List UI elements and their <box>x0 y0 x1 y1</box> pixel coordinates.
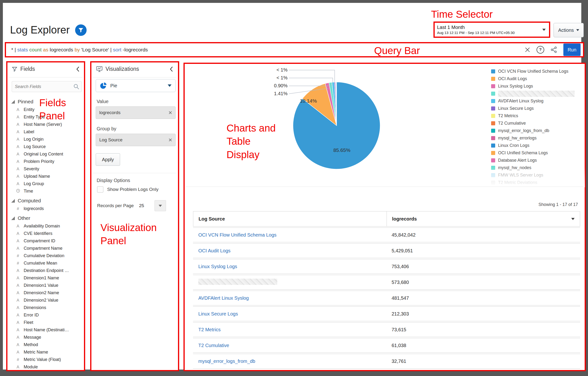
collapse-fields-icon[interactable] <box>76 66 80 73</box>
log-source-link[interactable]: T2 Metrics <box>198 327 220 332</box>
field-item[interactable]: ALog Origin <box>10 136 83 143</box>
records-per-page-select[interactable] <box>155 200 166 211</box>
legend-item[interactable] <box>491 90 585 97</box>
legend-item[interactable]: OCI VCN Flow Unified Schema Logs <box>491 68 585 75</box>
field-item[interactable]: ADimension2 Value <box>10 297 83 304</box>
chart-type-select[interactable]: Pie <box>96 79 176 92</box>
run-button[interactable]: Run <box>563 43 581 56</box>
time-range-label: Last 1 Month <box>437 24 542 30</box>
apply-button[interactable]: Apply <box>96 153 120 166</box>
annotation-query-bar: Query Bar <box>374 44 420 57</box>
field-item[interactable]: Time <box>10 188 83 195</box>
field-item[interactable]: ADimension2 Name <box>10 289 83 297</box>
records-per-page-value: 25 <box>139 203 144 208</box>
text-field-icon: A <box>16 159 20 164</box>
fields-list: PinnedAEntityAEntity TypeAHost Name (Ser… <box>10 96 83 370</box>
remove-groupby-icon[interactable] <box>168 138 172 142</box>
time-selector[interactable]: Last 1 Month Aug 13 12:11 PM - Sep 13 12… <box>433 21 550 38</box>
legend-item[interactable]: OCI Audit Logs <box>491 75 585 83</box>
log-source-link[interactable]: Linux Secure Logs <box>198 311 238 316</box>
legend-item[interactable]: T2 Metrics <box>491 112 585 120</box>
table-row: T2 Metrics73,615 <box>193 322 580 337</box>
viz-panel-header: Visualizations <box>96 66 139 72</box>
legend-item[interactable]: mysql_error_logs_from_db <box>491 127 585 135</box>
legend-item[interactable]: Linux Cron Logs <box>491 142 585 149</box>
field-item[interactable]: ACompartment ID <box>10 237 83 245</box>
callout-line <box>289 78 333 83</box>
field-item[interactable]: AFleet <box>10 319 83 326</box>
field-item[interactable]: ACVE Identifiers <box>10 230 83 237</box>
field-item[interactable]: #Metric Value (Float) <box>10 356 83 363</box>
field-item[interactable]: #Cumulative Mean <box>10 260 83 267</box>
field-item[interactable]: AMethod <box>10 341 83 348</box>
legend-item[interactable]: Linux Secure Logs <box>491 105 585 112</box>
column-header-logrecords[interactable]: logrecords <box>387 211 580 226</box>
log-source-link[interactable]: OCI Audit Logs <box>198 248 231 253</box>
clear-query-icon[interactable] <box>525 47 530 53</box>
field-item[interactable]: ALog Source <box>10 143 83 150</box>
field-item[interactable]: AProblem Priority <box>10 158 83 165</box>
query-input[interactable]: * | stats count as logrecords by 'Log So… <box>11 47 525 53</box>
field-item[interactable]: #Cumulative Deviation <box>10 252 83 260</box>
showing-count: Showing 1 - 17 of 17 <box>538 202 578 207</box>
legend-item[interactable]: Database Alert Logs <box>491 157 585 164</box>
field-item[interactable]: ALabel <box>10 128 83 136</box>
field-item[interactable]: AHost Name (Destinati… <box>10 326 83 334</box>
legend-swatch-icon <box>491 106 495 111</box>
collapse-viz-icon[interactable] <box>170 66 173 73</box>
field-item[interactable]: ADimension1 Value <box>10 282 83 289</box>
chevron-down-icon <box>159 205 162 207</box>
fields-section-computed[interactable]: Computed <box>10 196 83 205</box>
text-field-icon: A <box>16 107 20 112</box>
search-fields-input[interactable] <box>12 81 82 92</box>
groupby-chip-label: Log Source <box>99 137 123 143</box>
log-source-link[interactable]: AVDFAlert Linux Syslog <box>198 295 249 301</box>
legend-item[interactable]: AVDFAlert Linux Syslog <box>491 97 585 105</box>
fields-section-other[interactable]: Other <box>10 214 83 222</box>
number-field-icon: # <box>16 261 20 266</box>
collapse-triangle-icon <box>11 199 15 203</box>
field-item[interactable]: ASeverity <box>10 165 83 173</box>
value-chip[interactable]: logrecords <box>96 106 176 119</box>
field-item[interactable]: AMessage <box>10 334 83 341</box>
log-source-link[interactable]: T2 Cumulative <box>198 343 229 348</box>
fields-panel-header: Fields <box>12 66 35 72</box>
field-item[interactable]: AOriginal Log Content <box>10 150 83 158</box>
show-problem-logs-label: Show Problem Logs Only <box>107 187 158 192</box>
field-item[interactable]: #logrecords <box>10 205 83 212</box>
field-item[interactable]: ALog Group <box>10 180 83 188</box>
log-source-link[interactable]: OCI VCN Flow Unified Schema Logs <box>198 232 276 238</box>
groupby-chip[interactable]: Log Source <box>96 134 176 146</box>
remove-value-icon[interactable] <box>168 111 172 115</box>
text-field-icon: A <box>16 350 20 355</box>
field-item[interactable]: ACompartment Name <box>10 245 83 252</box>
field-item[interactable]: ADimension1 Name <box>10 274 83 282</box>
filter-badge-icon[interactable] <box>75 24 87 36</box>
field-item[interactable]: AAvailability Domain <box>10 222 83 230</box>
field-item[interactable]: AUpload Name <box>10 173 83 180</box>
show-problem-logs-checkbox[interactable] <box>97 186 103 193</box>
legend-item[interactable]: mysql_hw_errorlogs <box>491 135 585 142</box>
legend-item[interactable]: OCI Unified Schema Logs <box>491 149 585 157</box>
actions-button[interactable]: Actions <box>554 23 584 37</box>
query-token: -logrecords <box>121 47 148 52</box>
text-field-icon: A <box>16 365 20 370</box>
text-field-icon: A <box>16 231 20 236</box>
log-source-link[interactable]: Linux Syslog Logs <box>198 264 237 269</box>
field-item[interactable]: ADimensions <box>10 304 83 311</box>
query-bar-icons: ? Run <box>525 43 581 56</box>
column-header-log-source[interactable]: Log Source <box>193 216 387 222</box>
divider <box>186 187 584 187</box>
table-row: 573,680 <box>193 275 580 290</box>
help-icon[interactable]: ? <box>536 46 544 53</box>
share-icon[interactable] <box>550 46 557 53</box>
sort-desc-icon[interactable] <box>571 218 575 220</box>
field-item[interactable]: AMetric Name <box>10 348 83 356</box>
field-item[interactable]: AError ID <box>10 311 83 319</box>
legend-swatch-icon <box>491 77 495 81</box>
legend-item[interactable]: Linux Syslog Logs <box>491 83 585 90</box>
field-item[interactable]: ADestination Endpoint … <box>10 267 83 274</box>
log-source-link[interactable]: mysql_error_logs_from_db <box>198 358 255 364</box>
legend-item[interactable]: T2 Cumulative <box>491 120 585 127</box>
field-item[interactable]: AModule <box>10 363 83 370</box>
